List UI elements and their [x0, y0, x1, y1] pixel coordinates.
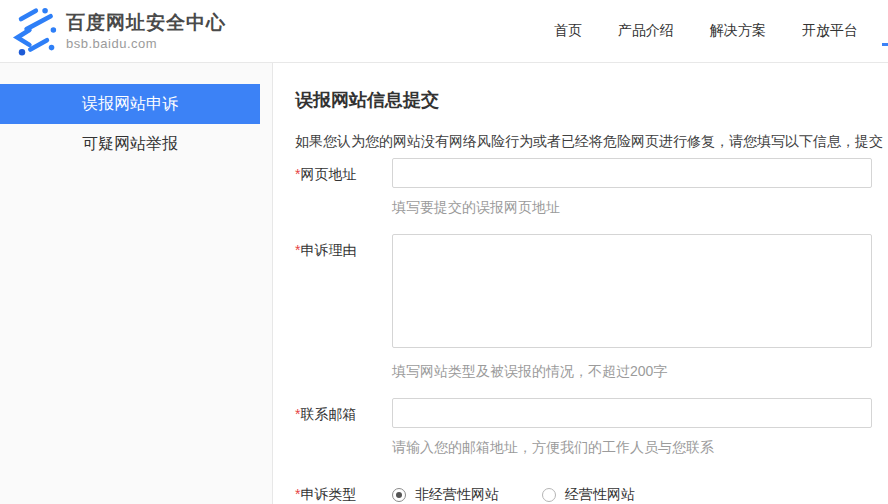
reason-helper-text: 填写网站类型及被误报的情况，不超过200字 [392, 363, 872, 381]
logo-text: 百度网址安全中心 bsb.baidu.com [66, 11, 226, 51]
email-field-label: *联系邮箱 [295, 398, 392, 457]
url-field-label: *网页地址 [295, 158, 392, 217]
site-title: 百度网址安全中心 [66, 11, 226, 35]
site-domain: bsb.baidu.com [66, 36, 226, 51]
main-panel: 误报网站信息提交 如果您认为您的网站没有网络风险行为或者已经将危险网页进行修复，… [273, 63, 888, 504]
page-title: 误报网站信息提交 [295, 88, 888, 112]
header: 百度网址安全中心 bsb.baidu.com 首页 产品介绍 解决方案 开放平台 [0, 0, 888, 63]
site-logo[interactable]: 百度网址安全中心 bsb.baidu.com [10, 5, 226, 57]
form-row-reason: *申诉理由 填写网站类型及被误报的情况，不超过200字 [295, 234, 888, 381]
top-nav: 首页 产品介绍 解决方案 开放平台 [554, 22, 858, 40]
radio-button-commercial[interactable] [542, 488, 556, 502]
url-helper-text: 填写要提交的误报网页地址 [392, 199, 872, 217]
form-row-appeal-type: *申诉类型 非经营性网站 经营性网站 [295, 485, 888, 504]
reason-textarea[interactable] [392, 234, 872, 348]
sidebar-item-misreport-appeal[interactable]: 误报网站申诉 [0, 84, 260, 124]
nav-item-products[interactable]: 产品介绍 [618, 22, 674, 40]
url-field: 填写要提交的误报网页地址 [392, 158, 872, 217]
nav-item-open-platform[interactable]: 开放平台 [802, 22, 858, 40]
nav-item-solutions[interactable]: 解决方案 [710, 22, 766, 40]
email-input[interactable] [392, 398, 872, 428]
appeal-form: *网页地址 填写要提交的误报网页地址 *申诉理由 填写网站类型及被误报的情况，不… [295, 158, 888, 504]
nav-item-home[interactable]: 首页 [554, 22, 582, 40]
content: 误报网站申诉 可疑网站举报 误报网站信息提交 如果您认为您的网站没有网络风险行为… [0, 63, 888, 504]
baidu-security-logo-icon [10, 5, 58, 57]
active-nav-underline-fragment [882, 43, 888, 46]
form-row-email: *联系邮箱 请输入您的邮箱地址，方便我们的工作人员与您联系 [295, 398, 888, 457]
appeal-type-radio-group: 非经营性网站 经营性网站 [392, 485, 635, 504]
email-helper-text: 请输入您的邮箱地址，方便我们的工作人员与您联系 [392, 439, 872, 457]
email-field: 请输入您的邮箱地址，方便我们的工作人员与您联系 [392, 398, 872, 457]
radio-label-non-commercial: 非经营性网站 [415, 486, 499, 504]
url-input[interactable] [392, 158, 872, 188]
reason-field: 填写网站类型及被误报的情况，不超过200字 [392, 234, 872, 381]
radio-option-commercial[interactable]: 经营性网站 [542, 486, 635, 504]
radio-option-non-commercial[interactable]: 非经营性网站 [392, 486, 499, 504]
reason-field-label: *申诉理由 [295, 234, 392, 381]
sidebar: 误报网站申诉 可疑网站举报 [0, 63, 273, 504]
appeal-type-field-label: *申诉类型 [295, 485, 392, 504]
sidebar-item-suspicious-report[interactable]: 可疑网站举报 [0, 124, 260, 164]
radio-label-commercial: 经营性网站 [565, 486, 635, 504]
radio-button-non-commercial[interactable] [392, 488, 406, 502]
form-row-url: *网页地址 填写要提交的误报网页地址 [295, 158, 888, 217]
page-description: 如果您认为您的网站没有网络风险行为或者已经将危险网页进行修复，请您填写以下信息，… [295, 133, 888, 151]
